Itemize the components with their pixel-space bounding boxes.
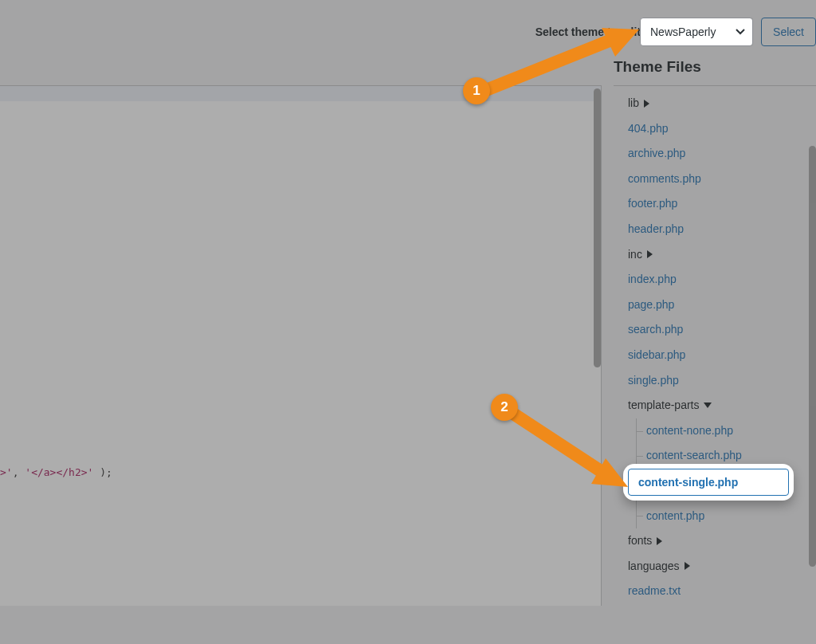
theme-files-heading: Theme Files: [614, 58, 701, 76]
triangle-right-icon: [644, 100, 649, 108]
theme-select-dropdown[interactable]: NewsPaperly: [653, 18, 753, 46]
triangle-right-icon: [657, 537, 662, 545]
theme-files-sidebar: lib 404.php archive.php comments.php foo…: [614, 85, 816, 606]
file-header[interactable]: header.php: [628, 217, 816, 242]
triangle-down-icon: [704, 402, 712, 408]
file-content[interactable]: content.php: [637, 504, 816, 529]
file-content-none[interactable]: content-none.php: [637, 418, 816, 444]
triangle-right-icon: [647, 250, 653, 258]
folder-languages[interactable]: languages: [628, 554, 816, 579]
code-editor[interactable]: >', '</a></h2>' );: [0, 85, 602, 606]
select-theme-label: Select theme to edit:: [536, 26, 645, 38]
file-single[interactable]: single.php: [628, 368, 816, 394]
select-button[interactable]: Select: [761, 18, 816, 46]
editor-active-line: [0, 86, 601, 101]
file-footer[interactable]: footer.php: [628, 191, 816, 217]
theme-selected-value: NewsPaperly: [663, 26, 728, 38]
file-readme[interactable]: readme.txt: [628, 579, 816, 604]
file-content-search[interactable]: content-search.php: [637, 443, 816, 469]
code-line: >', '</a></h2>' );: [0, 466, 112, 478]
file-archive[interactable]: archive.php: [628, 141, 816, 167]
file-comments[interactable]: comments.php: [628, 167, 816, 192]
file-404[interactable]: 404.php: [628, 116, 816, 142]
folder-lib[interactable]: lib: [628, 91, 816, 116]
folder-inc[interactable]: inc: [628, 242, 816, 268]
file-page[interactable]: page.php: [628, 293, 816, 318]
file-tree: lib 404.php archive.php comments.php foo…: [614, 86, 816, 606]
annotation-badge-1: 1: [463, 77, 490, 104]
folder-fonts[interactable]: fonts: [628, 528, 816, 554]
highlight-file-content-single[interactable]: content-single.php: [628, 469, 789, 496]
file-index[interactable]: index.php: [628, 267, 816, 293]
annotation-badge-2: 2: [491, 394, 518, 421]
editor-scrollbar[interactable]: [594, 88, 601, 367]
chevron-down-icon: [735, 26, 746, 37]
folder-template-parts[interactable]: template-parts: [628, 393, 816, 418]
page-root: Select theme to edit: NewsPaperly Select…: [0, 0, 816, 644]
sidebar-scrollbar[interactable]: [809, 146, 816, 567]
file-search[interactable]: search.php: [628, 317, 816, 343]
file-sidebar[interactable]: sidebar.php: [628, 343, 816, 368]
triangle-right-icon: [685, 562, 690, 570]
